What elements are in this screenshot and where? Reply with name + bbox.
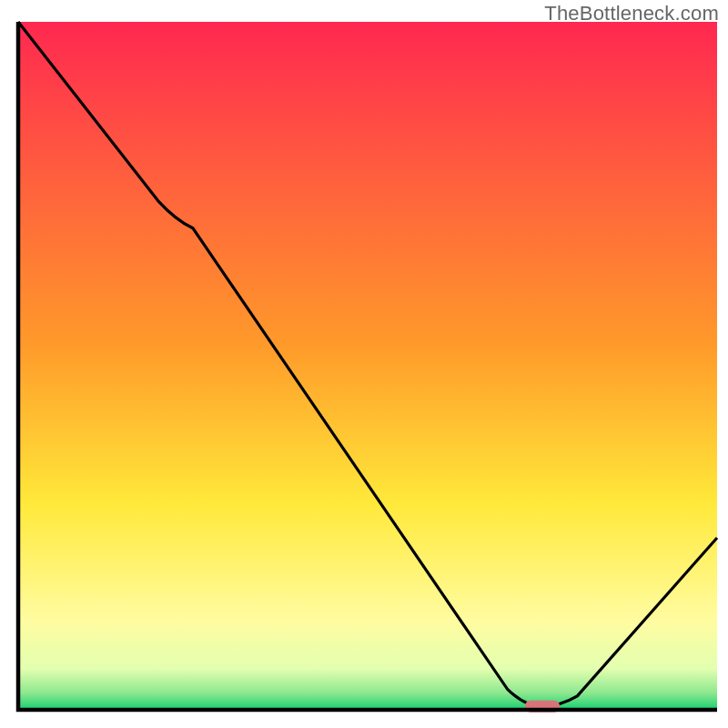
bottleneck-chart bbox=[0, 0, 728, 728]
plot-area bbox=[18, 22, 717, 713]
gradient-background bbox=[18, 22, 717, 710]
chart-container: { "watermark": "TheBottleneck.com", "cha… bbox=[0, 0, 728, 728]
